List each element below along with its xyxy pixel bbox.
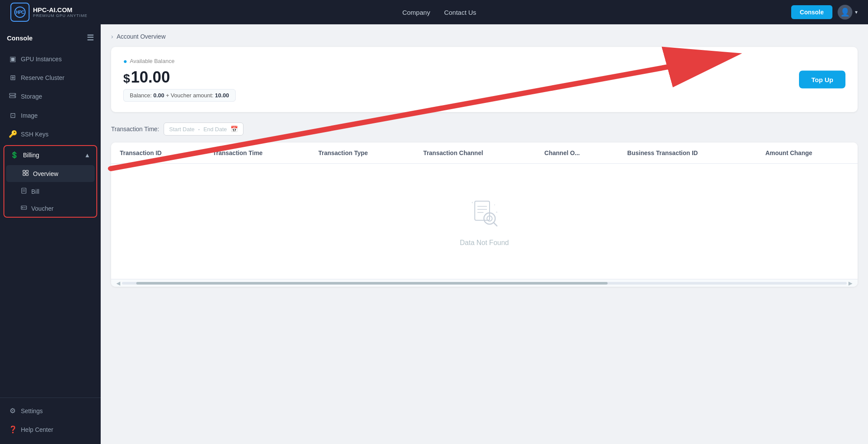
empty-text: Data Not Found (460, 239, 509, 247)
voucher-value: 10.00 (215, 92, 229, 99)
svg-point-4 (14, 94, 15, 95)
col-transaction-channel: Transaction Channel (414, 142, 536, 164)
sidebar-item-label: Storage (21, 93, 42, 100)
console-button[interactable]: Console (791, 5, 832, 19)
sidebar-item-help[interactable]: ❓ Help Center (0, 420, 101, 439)
avatar-area[interactable]: 👤 ▾ (838, 5, 858, 20)
settings-icon: ⚙ (9, 407, 16, 415)
col-transaction-time: Transaction Time (204, 142, 309, 164)
sidebar-item-label: Reserve Cluster (21, 74, 64, 81)
scroll-left-arrow[interactable]: ◀ (115, 280, 122, 286)
scroll-track[interactable] (122, 282, 847, 285)
sidebar-header: Console ☰ (0, 30, 101, 50)
top-up-button[interactable]: Top Up (799, 71, 845, 89)
date-separator: - (198, 126, 200, 133)
empty-icon-container: + + + (467, 196, 502, 232)
empty-state-row: + + + Data Not Found (111, 164, 858, 279)
settings-label: Settings (21, 408, 43, 414)
col-amount-change: Amount Change (756, 142, 858, 164)
hamburger-icon[interactable]: ☰ (87, 33, 94, 43)
transaction-table: Transaction ID Transaction Time Transact… (111, 142, 858, 287)
sidebar-item-voucher[interactable]: Voucher (4, 200, 96, 217)
sidebar-item-label: GPU Instances (21, 56, 62, 63)
available-balance-label: ● Available Balance (123, 57, 845, 65)
svg-text:+: + (471, 201, 473, 205)
sidebar-item-image[interactable]: ⊡ Image (0, 106, 101, 125)
bill-icon (21, 188, 27, 195)
billing-header-left: 💲 Billing (10, 151, 39, 159)
dollar-sign: $ (123, 72, 130, 85)
filter-label: Transaction Time: (111, 126, 159, 133)
scroll-right-arrow[interactable]: ▶ (847, 280, 854, 286)
sidebar-item-settings[interactable]: ⚙ Settings (0, 401, 101, 420)
image-icon: ⊡ (9, 111, 16, 119)
svg-text:+: + (496, 210, 498, 214)
billing-label: Billing (23, 152, 39, 159)
logo-area: HPC HPC-AI.COM PREMIUM GPU ANYTIME (10, 3, 88, 22)
nav-link-contact[interactable]: Contact Us (444, 9, 476, 16)
start-date[interactable]: Start Date (169, 126, 195, 133)
col-business-transaction-id: Business Transaction ID (618, 142, 756, 164)
key-icon: 🔑 (9, 130, 16, 138)
svg-text:+: + (494, 203, 496, 206)
divider (0, 398, 101, 398)
voucher-label: Voucher (31, 205, 53, 212)
user-icon: 👤 (840, 7, 850, 17)
balance-amount: $10.00 (123, 68, 845, 86)
billing-header[interactable]: 💲 Billing ▲ (4, 146, 96, 164)
table: Transaction ID Transaction Time Transact… (111, 142, 858, 279)
col-transaction-type: Transaction Type (309, 142, 414, 164)
overview-label: Overview (33, 170, 58, 177)
calendar-icon[interactable]: 📅 (230, 126, 238, 133)
avatar: 👤 (838, 5, 852, 20)
billing-icon: 💲 (10, 151, 19, 159)
scroll-thumb[interactable] (136, 282, 608, 285)
balance-circle-icon: ● (123, 57, 127, 65)
top-nav-links: Company Contact Us (402, 9, 476, 16)
logo-icon: HPC (10, 3, 30, 22)
sidebar-item-label: SSH Keys (21, 131, 49, 138)
sidebar-item-gpu[interactable]: ▣ GPU Instances (0, 50, 101, 68)
empty-state: + + + Data Not Found (120, 170, 849, 273)
logo-name: HPC-AI.COM (33, 7, 88, 14)
billing-section: 💲 Billing ▲ Overview (3, 145, 97, 218)
svg-rect-9 (26, 173, 28, 176)
voucher-icon (21, 205, 27, 212)
filter-row: Transaction Time: Start Date - End Date … (111, 123, 858, 136)
sidebar-title: Console (7, 34, 33, 42)
main-content: › Account Overview ● Available Balance $ (101, 24, 868, 444)
col-channel-order: Channel O... (536, 142, 618, 164)
gpu-icon: ▣ (9, 55, 16, 63)
svg-rect-6 (23, 170, 25, 172)
date-range-input[interactable]: Start Date - End Date 📅 (164, 123, 243, 136)
svg-point-14 (22, 207, 23, 208)
svg-rect-8 (23, 173, 25, 176)
horizontal-scrollbar[interactable]: ◀ ▶ (111, 279, 858, 287)
storage-icon (9, 92, 16, 101)
sidebar-item-bill[interactable]: Bill (4, 183, 96, 200)
top-nav-right: Console 👤 ▾ (791, 5, 858, 20)
bill-label: Bill (31, 188, 39, 195)
top-nav: HPC HPC-AI.COM PREMIUM GPU ANYTIME Compa… (0, 0, 868, 24)
balance-card: ● Available Balance $10.00 Balance: 0.00… (111, 47, 858, 112)
svg-line-24 (493, 222, 497, 226)
table-scroll[interactable]: Transaction ID Transaction Time Transact… (111, 142, 858, 279)
breadcrumb-arrow: › (111, 33, 113, 40)
svg-rect-7 (26, 170, 28, 172)
sidebar-item-overview[interactable]: Overview (6, 165, 95, 182)
svg-rect-10 (22, 188, 26, 193)
help-icon: ❓ (9, 425, 16, 434)
breadcrumb: › Account Overview (111, 33, 858, 40)
end-date[interactable]: End Date (204, 126, 227, 133)
sidebar-item-reserve[interactable]: ⊞ Reserve Cluster (0, 68, 101, 87)
chevron-down-icon: ▾ (855, 9, 858, 15)
nav-link-company[interactable]: Company (402, 9, 430, 16)
empty-state-icon: + + + (467, 196, 502, 231)
overview-icon (23, 170, 29, 177)
reserve-icon: ⊞ (9, 73, 16, 82)
sidebar-item-ssh[interactable]: 🔑 SSH Keys (0, 125, 101, 143)
balance-value: 0.00 (153, 92, 164, 99)
sidebar-item-storage[interactable]: Storage (0, 87, 101, 106)
table-header: Transaction ID Transaction Time Transact… (111, 142, 858, 164)
sidebar-item-label: Image (21, 112, 38, 119)
